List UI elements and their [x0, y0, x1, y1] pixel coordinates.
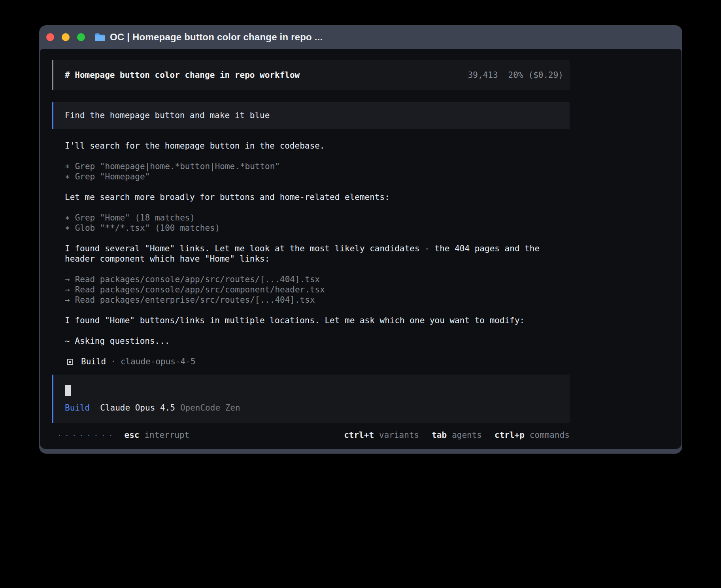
session-cost: ($0.29) — [528, 70, 563, 80]
agent-icon — [67, 359, 73, 365]
transcript: I'll search for the homepage button in t… — [52, 141, 570, 367]
user-message: Find the homepage button and make it blu… — [52, 102, 570, 129]
tool-bullet-icon: ∗ — [65, 172, 70, 182]
minimize-button[interactable] — [62, 33, 70, 41]
agent-model: claude-opus-4-5 — [121, 356, 196, 367]
assistant-message: I found several "Home" links. Let me loo… — [65, 243, 570, 264]
tool-call-line: ∗ Grep "Home" (18 matches) — [65, 213, 570, 223]
session-title: # Homepage button color change in repo w… — [65, 70, 300, 80]
assistant-message: I found "Home" buttons/links in multiple… — [65, 315, 570, 326]
hint-variants: ctrl+t variants — [344, 430, 419, 440]
session-header: # Homepage button color change in repo w… — [52, 60, 570, 90]
agent-name: Build — [81, 356, 106, 367]
prompt-meta: Build Claude Opus 4.5 OpenCode Zen — [65, 403, 570, 413]
hint-label: interrupt — [144, 430, 189, 440]
terminal-window: OC | Homepage button color change in rep… — [39, 25, 682, 454]
tool-call-line: → Read packages/enterprise/src/routes/[.… — [65, 295, 570, 305]
tool-call-line: → Read packages/console/app/src/componen… — [65, 285, 570, 295]
tool-call-text: Read packages/console/app/src/routes/[..… — [75, 274, 320, 285]
activity-line: ~ Asking questions... — [65, 336, 570, 346]
text-cursor — [65, 385, 71, 396]
tool-call-text: Read packages/console/app/src/component/… — [75, 285, 325, 295]
token-count: 39,413 — [468, 70, 498, 80]
folder-icon — [94, 33, 106, 41]
tool-call-text: Grep "homepage|home.*button|Home.*button… — [75, 161, 280, 172]
status-right: ctrl+t variants tab agents ctrl+p comman… — [344, 430, 570, 440]
spinner-dots: ········ — [57, 431, 116, 439]
agent-status-line: Build · claude-opus-4-5 — [65, 356, 570, 367]
tool-bullet-icon: ∗ — [65, 161, 70, 172]
context-percent: 20% — [508, 70, 523, 80]
tool-bullet-icon: ∗ — [65, 223, 70, 233]
hint-commands: ctrl+p commands — [495, 430, 570, 440]
hint-label: variants — [379, 430, 419, 440]
hint-interrupt: esc interrupt — [125, 430, 190, 440]
status-left: ········ esc interrupt — [57, 430, 189, 440]
tool-call-text: Grep "Homepage" — [75, 172, 150, 182]
tool-bullet-icon: ∗ — [65, 213, 70, 223]
hint-key: tab — [432, 430, 447, 440]
prompt-agent-label: Build — [65, 403, 90, 413]
status-bar: ········ esc interrupt ctrl+t variants t… — [52, 426, 570, 444]
arrow-icon: → — [65, 295, 70, 305]
assistant-message: Let me search more broadly for buttons a… — [65, 192, 570, 202]
prompt-provider-label: OpenCode Zen — [180, 403, 240, 413]
tool-call-text: Glob "**/*.tsx" (100 matches) — [75, 223, 220, 233]
hint-label: commands — [530, 430, 570, 440]
separator-dot: · — [111, 356, 116, 367]
tool-call-line: ∗ Grep "Homepage" — [65, 172, 570, 182]
arrow-icon: → — [65, 274, 70, 285]
hint-key: esc — [125, 430, 140, 440]
terminal-screen: # Homepage button color change in repo w… — [40, 49, 681, 449]
tool-call-text: Grep "Home" (18 matches) — [75, 213, 195, 223]
arrow-icon: → — [65, 285, 70, 295]
tool-call-line: ∗ Glob "**/*.tsx" (100 matches) — [65, 223, 570, 233]
assistant-message: I'll search for the homepage button in t… — [65, 141, 570, 151]
prompt-model-label: Claude Opus 4.5 — [100, 403, 175, 413]
prompt-input[interactable]: Build Claude Opus 4.5 OpenCode Zen — [52, 375, 570, 423]
traffic-lights — [46, 33, 85, 41]
hint-label: agents — [452, 430, 482, 440]
tool-call-text: Read packages/enterprise/src/routes/[...… — [75, 295, 315, 305]
close-button[interactable] — [46, 33, 54, 41]
hint-key: ctrl+t — [344, 430, 374, 440]
title-group: OC | Homepage button color change in rep… — [94, 32, 323, 43]
tool-call-line: ∗ Grep "homepage|home.*button|Home.*butt… — [65, 161, 570, 172]
session-stats: 39,413 20% ($0.29) — [468, 70, 563, 80]
titlebar[interactable]: OC | Homepage button color change in rep… — [40, 25, 681, 49]
hint-agents: tab agents — [432, 430, 482, 440]
hint-key: ctrl+p — [495, 430, 525, 440]
window-title: OC | Homepage button color change in rep… — [110, 32, 323, 43]
tool-call-line: → Read packages/console/app/src/routes/[… — [65, 274, 570, 285]
user-message-text: Find the homepage button and make it blu… — [65, 111, 270, 120]
zoom-button[interactable] — [77, 33, 85, 41]
